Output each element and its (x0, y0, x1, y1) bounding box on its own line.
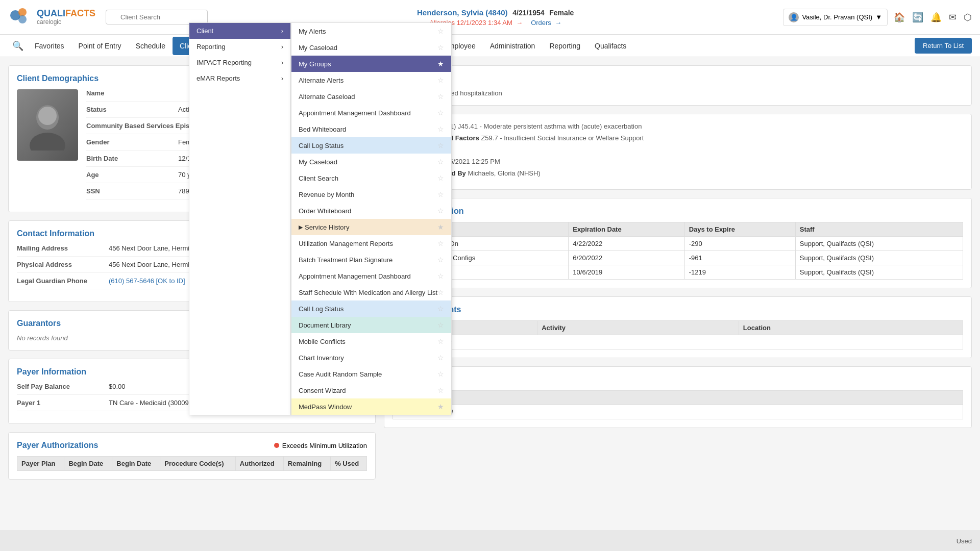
star-icon-staff-schedule[interactable]: ☆ (437, 288, 444, 296)
star-icon-my-caseload2[interactable]: ☆ (437, 158, 444, 166)
patient-orders[interactable]: Orders → (531, 19, 561, 27)
payer-value-payer1: TN Care - Medicaid (30009) (109, 399, 191, 407)
nav-search-icon[interactable]: 🔍 (8, 36, 28, 56)
mail-icon[interactable]: ✉ (949, 12, 957, 23)
logout-icon[interactable]: ⬡ (964, 12, 972, 23)
dropdown-medpass-window[interactable]: MedPass Window ★ (291, 398, 451, 415)
label-my-groups: My Groups (299, 60, 331, 68)
star-icon-alternate-caseload[interactable]: ☆ (437, 92, 444, 101)
dropdown-staff-schedule[interactable]: Staff Schedule With Medication and Aller… (291, 284, 451, 300)
dropdown-impact-reporting[interactable]: IMPACT Reporting › (189, 55, 290, 70)
home-icon[interactable]: 🏠 (894, 12, 905, 23)
star-icon-my-groups[interactable]: ★ (437, 60, 444, 68)
dropdown-alternate-caseload[interactable]: Alternate Caseload ☆ (291, 88, 451, 105)
star-icon-chart-inventory[interactable]: ☆ (437, 354, 444, 362)
client-photo-placeholder (17, 89, 78, 161)
dropdown-call-log-status2[interactable]: Call Log Status ☆ (291, 300, 451, 317)
dropdown-call-log-status[interactable]: Call Log Status ☆ (291, 137, 451, 154)
nav-item-administration[interactable]: Administration (483, 37, 543, 55)
dropdown-my-groups[interactable]: My Groups ★ (291, 56, 451, 72)
dropdown-batch-treatment[interactable]: Batch Treatment Plan Signature ☆ (291, 252, 451, 268)
dropdown-reporting[interactable]: Reporting › (189, 39, 290, 55)
dropdown-alternate-alerts[interactable]: Alternate Alerts ☆ (291, 72, 451, 88)
payer-value-balance: $0.00 (109, 383, 126, 390)
dropdown-appt-mgmt2[interactable]: Appointment Management Dashboard ☆ (291, 268, 451, 284)
user-button[interactable]: 👤 Vasile, Dr. Pravan (QSI) ▼ (783, 9, 888, 26)
dropdown-utilization-mgmt[interactable]: Utilization Management Reports ☆ (291, 235, 451, 252)
return-to-list-button[interactable]: Return To List (915, 38, 972, 54)
expiry-row-2: Plan - Intervention Configs 6/20/2022 -9… (393, 251, 963, 265)
logo-carelogic: carelogic (37, 19, 95, 26)
star-icon-bed-whiteboard[interactable]: ☆ (437, 125, 444, 133)
dropdown-appt-mgmt-dashboard[interactable]: Appointment Management Dashboard ☆ (291, 105, 451, 121)
star-icon-client-search[interactable]: ☆ (437, 174, 444, 182)
demo-label-age: Age (86, 171, 178, 179)
plan-expiration-title: ...t Plan Expiration (393, 207, 963, 216)
star-icon-call-log-status2[interactable]: ☆ (437, 305, 444, 313)
dropdown-service-history[interactable]: ▶ Service History ★ (291, 219, 451, 235)
refresh-icon[interactable]: 🔄 (912, 12, 923, 23)
star-icon-my-alerts[interactable]: ☆ (437, 27, 444, 35)
label-staff-schedule: Staff Schedule With Medication and Aller… (299, 289, 437, 296)
expiry-row-1: Plan - All Configs On 4/22/2022 -290 Sup… (393, 237, 963, 251)
star-icon-appt-mgmt[interactable]: ☆ (437, 109, 444, 117)
expiry-days-2: -961 (684, 251, 795, 265)
dropdown-my-caseload[interactable]: My Caseload ☆ (291, 39, 451, 56)
star-icon-document-library[interactable]: ☆ (437, 321, 444, 329)
star-icon-mobile-conflicts[interactable]: ☆ (437, 337, 444, 345)
dropdown-mobile-conflicts[interactable]: Mobile Conflicts ☆ (291, 333, 451, 349)
header: QUALI FACTS carelogic 🔍 Henderson, Sylvi… (0, 0, 980, 35)
label-appt-mgmt: Appointment Management Dashboard (299, 109, 411, 117)
dropdown-bed-whiteboard[interactable]: Bed Whiteboard ☆ (291, 121, 451, 137)
star-icon-utilization-mgmt[interactable]: ☆ (437, 239, 444, 247)
star-icon-batch-treatment[interactable]: ☆ (437, 256, 444, 264)
dropdown-consent-wizard[interactable]: Consent Wizard ☆ (291, 382, 451, 398)
star-icon-call-log-status[interactable]: ☆ (437, 141, 444, 149)
bell-icon[interactable]: 🔔 (930, 12, 942, 23)
label-batch-treatment: Batch Treatment Plan Signature (299, 256, 393, 264)
star-icon-service-history[interactable]: ★ (437, 223, 444, 231)
contact-value-guardian[interactable]: (610) 567-5646 [OK to ID] (109, 277, 185, 285)
demo-label-ssn: SSN (86, 187, 178, 195)
star-icon-revenue-by-month[interactable]: ☆ (437, 190, 444, 198)
dropdown-my-alerts[interactable]: My Alerts ☆ (291, 23, 451, 39)
dropdown-emar-label: eMAR Reports (197, 74, 240, 82)
payer-auth-title: Payer Authorizations (17, 441, 98, 450)
dropdown-client[interactable]: Client › (189, 23, 290, 39)
star-icon-medpass-window[interactable]: ★ (437, 403, 444, 411)
star-icon-appt-mgmt2[interactable]: ☆ (437, 272, 444, 280)
dropdown-chart-inventory[interactable]: Chart Inventory ☆ (291, 349, 451, 366)
nav-item-point-of-entry[interactable]: Point of Entry (71, 37, 129, 55)
dropdown-revenue-by-month[interactable]: Revenue by Month ☆ (291, 186, 451, 203)
svg-point-2 (18, 15, 27, 23)
user-name: Vasile, Dr. Pravan (QSI) (802, 13, 872, 21)
nav-item-reporting[interactable]: Reporting (542, 37, 587, 55)
board-title: Board (393, 74, 963, 83)
star-icon-consent-wizard[interactable]: ☆ (437, 386, 444, 394)
dropdown-client-search[interactable]: Client Search ☆ (291, 170, 451, 186)
star-icon-order-whiteboard[interactable]: ☆ (437, 207, 444, 215)
expiry-date-2: 6/20/2022 (569, 251, 684, 265)
nav-item-qualifacts[interactable]: Qualifacts (587, 37, 633, 55)
auth-col-authorized: Authorized (235, 457, 283, 471)
dropdown-document-library[interactable]: Document Library ☆ (291, 317, 451, 333)
dropdown-case-audit[interactable]: Case Audit Random Sample ☆ (291, 366, 451, 382)
board-content: ecent fall that required hospitalization (393, 89, 963, 97)
patient-dob: 4/21/1954 (512, 9, 544, 17)
nav-item-favorites[interactable]: Favorites (28, 37, 71, 55)
ccd-import-title: CCD Import (393, 375, 963, 384)
nav-bar: 🔍 Favorites Point of Entry Schedule Clie… (0, 35, 980, 57)
dropdown-my-caseload2[interactable]: My Caseload ☆ (291, 154, 451, 170)
star-icon-case-audit[interactable]: ☆ (437, 370, 444, 378)
dropdown-order-whiteboard[interactable]: Order Whiteboard ☆ (291, 203, 451, 219)
expiry-col-staff: Staff (795, 222, 963, 237)
label-consent-wizard: Consent Wizard (299, 387, 346, 394)
ccd-col-date: CCD Import Date (393, 391, 963, 405)
nav-item-schedule[interactable]: Schedule (129, 37, 173, 55)
dropdown-emar-reports[interactable]: eMAR Reports › (189, 70, 290, 86)
dx-row-recorded-by: ...agnosis Recorded By Michaels, Gloria … (393, 169, 963, 177)
appt-col-location: Location (739, 321, 963, 335)
star-icon-alternate-alerts[interactable]: ☆ (437, 76, 444, 84)
star-icon-my-caseload[interactable]: ☆ (437, 43, 444, 52)
logo-facts: FACTS (65, 9, 95, 19)
